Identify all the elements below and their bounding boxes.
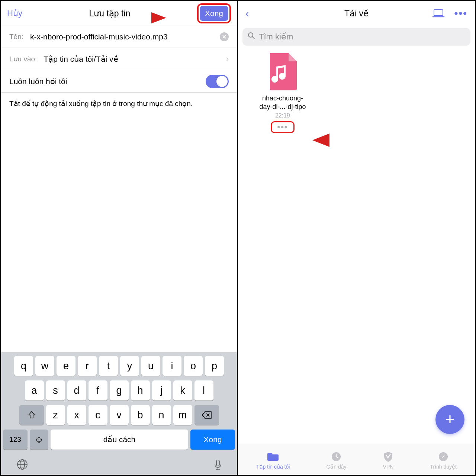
always-ask-toggle[interactable] bbox=[206, 75, 229, 88]
key-v[interactable]: v bbox=[110, 405, 129, 425]
done-button-highlight: Xong bbox=[197, 3, 231, 23]
saveto-value: Tập tin của tôi/Tải về bbox=[44, 55, 226, 64]
clock-icon bbox=[331, 451, 341, 462]
tab-label: Trình duyệt bbox=[430, 464, 457, 470]
key-q[interactable]: q bbox=[14, 356, 33, 376]
file-more-button[interactable]: ••• bbox=[271, 121, 294, 133]
key-r[interactable]: r bbox=[78, 356, 97, 376]
key-s[interactable]: s bbox=[46, 380, 65, 401]
key-w[interactable]: w bbox=[35, 356, 54, 376]
key-n[interactable]: n bbox=[152, 405, 171, 425]
tab-label: VPN bbox=[383, 464, 394, 470]
file-item[interactable]: nhac-chuong- day-di-...-dj-tipo 22:19 ••… bbox=[253, 53, 312, 133]
shift-key[interactable] bbox=[19, 405, 44, 425]
save-file-screen: Hủy Lưu tập tin Xong Tên: k-x-nboro-prod… bbox=[0, 0, 238, 476]
svg-point-4 bbox=[248, 33, 253, 37]
arrow-annotation-done bbox=[125, 9, 166, 28]
tab-vpn[interactable]: VPN bbox=[383, 451, 394, 470]
key-c[interactable]: c bbox=[89, 405, 107, 425]
more-menu-icon[interactable]: ••• bbox=[454, 7, 467, 19]
key-b[interactable]: b bbox=[131, 405, 150, 425]
key-a[interactable]: a bbox=[25, 380, 44, 401]
key-f[interactable]: f bbox=[89, 380, 107, 401]
always-ask-row: Luôn luôn hỏi tôi bbox=[1, 70, 237, 93]
svg-rect-3 bbox=[434, 10, 443, 16]
search-placeholder: Tìm kiếm bbox=[259, 32, 293, 42]
always-ask-label: Luôn luôn hỏi tôi bbox=[9, 77, 67, 86]
globe-icon[interactable] bbox=[16, 459, 28, 470]
filename-row[interactable]: Tên: k-x-nboro-prod-official-music-video… bbox=[1, 26, 237, 48]
keyboard: q w e r t y u i o p a s d f g h j k l z bbox=[1, 352, 237, 475]
emoji-key[interactable]: ☺ bbox=[30, 430, 48, 450]
music-file-icon bbox=[267, 53, 298, 90]
key-p[interactable]: p bbox=[205, 356, 224, 376]
numbers-key[interactable]: 123 bbox=[3, 430, 28, 450]
filename-label: Tên: bbox=[9, 33, 23, 41]
key-z[interactable]: z bbox=[46, 405, 65, 425]
clear-icon[interactable] bbox=[220, 32, 229, 41]
add-button[interactable]: + bbox=[435, 405, 464, 434]
key-h[interactable]: h bbox=[131, 380, 150, 401]
tab-browser[interactable]: Trình duyệt bbox=[430, 451, 457, 470]
key-k[interactable]: k bbox=[173, 380, 192, 401]
filename-value: k-x-nboro-prod-official-music-video.mp3 bbox=[30, 32, 217, 41]
key-g[interactable]: g bbox=[110, 380, 129, 401]
backspace-key[interactable] bbox=[194, 405, 219, 425]
key-l[interactable]: l bbox=[194, 380, 213, 401]
file-name-line2: day-di-...-dj-tipo bbox=[253, 103, 312, 111]
svg-rect-2 bbox=[216, 460, 219, 466]
tab-my-files[interactable]: Tập tin của tôi bbox=[256, 451, 290, 470]
file-time: 22:19 bbox=[253, 112, 312, 119]
plus-icon: + bbox=[446, 411, 455, 428]
key-m[interactable]: m bbox=[173, 405, 192, 425]
saveto-label: Lưu vào: bbox=[9, 55, 37, 63]
key-j[interactable]: j bbox=[152, 380, 171, 401]
header-left: Hủy Lưu tập tin Xong bbox=[1, 1, 237, 26]
chevron-right-icon: › bbox=[226, 54, 229, 64]
header-right: ‹ Tải về ••• bbox=[238, 1, 475, 26]
key-t[interactable]: t bbox=[99, 356, 118, 376]
space-key[interactable]: dấu cách bbox=[51, 430, 188, 450]
key-o[interactable]: o bbox=[184, 356, 203, 376]
tab-label: Gần đây bbox=[326, 464, 346, 470]
laptop-icon[interactable] bbox=[432, 7, 445, 19]
tab-label: Tập tin của tôi bbox=[256, 464, 290, 470]
done-button[interactable]: Xong bbox=[200, 6, 228, 21]
key-u[interactable]: u bbox=[141, 356, 160, 376]
shield-icon bbox=[383, 451, 393, 462]
key-d[interactable]: d bbox=[67, 380, 86, 401]
key-y[interactable]: y bbox=[120, 356, 139, 376]
tab-bar: Tập tin của tôi Gần đây VPN Trình duyệt bbox=[238, 444, 475, 475]
page-title-right: Tải về bbox=[344, 9, 369, 19]
saveto-row[interactable]: Lưu vào: Tập tin của tôi/Tải về › bbox=[1, 48, 237, 70]
page-title: Lưu tập tin bbox=[89, 9, 131, 19]
arrow-annotation-more bbox=[312, 130, 361, 152]
help-text: Tắt để tự động tải xuống tập tin ở trong… bbox=[1, 93, 237, 115]
tab-recent[interactable]: Gần đây bbox=[326, 451, 346, 470]
key-i[interactable]: i bbox=[163, 356, 181, 376]
back-button[interactable]: ‹ bbox=[245, 7, 249, 20]
mic-icon[interactable] bbox=[212, 459, 224, 470]
cancel-button[interactable]: Hủy bbox=[7, 9, 22, 18]
file-name-line1: nhac-chuong- bbox=[253, 94, 312, 103]
folder-icon bbox=[267, 451, 279, 462]
search-icon bbox=[248, 32, 255, 42]
key-x[interactable]: x bbox=[67, 405, 86, 425]
search-input[interactable]: Tìm kiếm bbox=[242, 28, 470, 46]
downloads-screen: ‹ Tải về ••• Tìm kiếm nhac-chuong- day-d… bbox=[238, 0, 476, 476]
keyboard-done-key[interactable]: Xong bbox=[190, 430, 235, 450]
compass-icon bbox=[438, 451, 448, 462]
key-e[interactable]: e bbox=[57, 356, 75, 376]
